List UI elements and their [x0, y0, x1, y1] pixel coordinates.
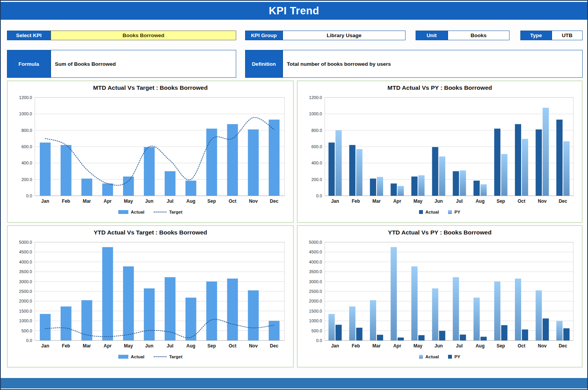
select-kpi-label: Select KPI [7, 31, 51, 40]
svg-text:Sep: Sep [496, 343, 505, 349]
svg-text:Jul: Jul [167, 198, 173, 204]
svg-text:Apr: Apr [104, 198, 112, 204]
legend-item-actual: Actual [118, 354, 144, 359]
chart-legend: ActualPY [302, 207, 578, 217]
select-kpi-dropdown[interactable]: Books Borrowed [51, 31, 236, 40]
svg-text:800.0: 800.0 [21, 128, 32, 133]
ytd-actual-vs-py-chart: 0.0500.01000.01500.02000.02500.03000.035… [302, 238, 578, 352]
svg-text:Oct: Oct [518, 343, 525, 349]
svg-text:4500.0: 4500.0 [309, 250, 322, 254]
mtd-actual-vs-py-panel: MTD Actual Vs PY : Books Borrowed 0.0200… [297, 80, 583, 223]
svg-text:Apr: Apr [393, 198, 401, 204]
series-swatch-icon [448, 355, 452, 359]
legend-label: Actual [131, 354, 144, 359]
legend-item-target: Target [153, 210, 182, 214]
svg-text:4500.0: 4500.0 [19, 250, 32, 254]
ytd-actual-vs-py-panel: YTD Actual Vs PY : Books Borrowed 0.0500… [297, 225, 583, 368]
legend-label: Actual [425, 354, 439, 359]
svg-text:Nov: Nov [249, 343, 258, 349]
svg-text:Oct: Oct [228, 198, 236, 204]
page-title: KPI Trend [1, 2, 587, 20]
svg-text:Jun: Jun [435, 198, 443, 204]
target-line-swatch-icon [153, 210, 167, 214]
svg-text:3500.0: 3500.0 [309, 269, 322, 274]
type-label: Type [520, 31, 552, 40]
svg-text:Feb: Feb [352, 198, 360, 204]
svg-text:Jun: Jun [145, 343, 153, 349]
legend-item-py: PY [448, 210, 460, 214]
chart-legend: ActualTarget [12, 352, 289, 361]
svg-text:Dec: Dec [559, 198, 567, 204]
svg-text:600.0: 600.0 [21, 144, 32, 149]
svg-text:4000.0: 4000.0 [19, 260, 32, 264]
legend-label: Target [169, 354, 182, 359]
series-swatch-icon [419, 210, 423, 214]
legend-label: PY [454, 210, 460, 214]
svg-text:Jun: Jun [435, 343, 443, 349]
footer-bar [1, 378, 587, 388]
svg-text:2000.0: 2000.0 [309, 299, 322, 303]
svg-text:Jul: Jul [167, 343, 173, 349]
chart-svg: 0.0500.01000.01500.02000.02500.03000.035… [12, 238, 289, 352]
definition-label: Definition [245, 50, 283, 78]
legend-label: Actual [425, 210, 439, 214]
svg-text:1500.0: 1500.0 [19, 309, 32, 313]
target-line-swatch-icon [153, 355, 167, 359]
svg-text:1000.0: 1000.0 [309, 111, 322, 116]
chart-title: MTD Actual Vs Target : Books Borrowed [12, 84, 289, 91]
svg-text:3000.0: 3000.0 [19, 279, 32, 284]
unit-label: Unit [416, 31, 448, 40]
svg-text:Jul: Jul [456, 198, 463, 204]
chart-title: MTD Actual Vs PY : Books Borrowed [302, 84, 578, 91]
svg-text:Feb: Feb [62, 198, 70, 204]
svg-text:Jul: Jul [456, 343, 463, 349]
svg-text:Feb: Feb [352, 343, 360, 349]
svg-text:200.0: 200.0 [21, 177, 32, 182]
svg-text:Apr: Apr [104, 343, 112, 349]
svg-text:Oct: Oct [518, 198, 525, 204]
legend-label: PY [454, 354, 460, 359]
svg-text:400.0: 400.0 [21, 161, 32, 165]
svg-text:Nov: Nov [249, 198, 258, 204]
svg-text:Dec: Dec [270, 343, 278, 349]
svg-text:Oct: Oct [228, 343, 236, 349]
svg-text:Nov: Nov [538, 343, 547, 349]
chart-title: YTD Actual Vs Target : Books Borrowed [12, 229, 289, 236]
mtd-actual-vs-py-chart: 0.0200.0400.0600.0800.01000.01200.0JanFe… [302, 93, 578, 207]
svg-text:400.0: 400.0 [311, 161, 322, 165]
chart-legend: ActualPY [302, 352, 578, 361]
svg-text:800.0: 800.0 [311, 128, 322, 133]
chart-title: YTD Actual Vs PY : Books Borrowed [302, 229, 578, 236]
svg-text:3000.0: 3000.0 [309, 279, 322, 284]
mtd-actual-vs-target-panel: MTD Actual Vs Target : Books Borrowed 0.… [7, 80, 294, 223]
definition-value: Total number of books borrowed by users [283, 50, 583, 78]
unit-value: Books [448, 31, 510, 40]
legend-label: Target [169, 210, 182, 214]
svg-text:Jan: Jan [41, 198, 49, 204]
kpi-group-label: KPI Group [245, 31, 283, 40]
svg-text:Apr: Apr [393, 343, 401, 349]
svg-text:Sep: Sep [208, 198, 216, 204]
svg-text:200.0: 200.0 [311, 177, 322, 182]
chart-legend: ActualTarget [12, 207, 289, 217]
chart-svg: 0.0200.0400.0600.0800.01000.01200.0JanFe… [302, 93, 578, 207]
series-swatch-icon [419, 355, 423, 359]
svg-text:Feb: Feb [62, 343, 70, 349]
svg-text:Jan: Jan [41, 343, 49, 349]
series-swatch-icon [118, 355, 128, 359]
series-swatch-icon [118, 210, 128, 214]
svg-text:Aug: Aug [476, 343, 484, 349]
svg-text:5000.0: 5000.0 [19, 240, 32, 245]
svg-text:5000.0: 5000.0 [309, 240, 322, 245]
svg-text:Sep: Sep [208, 343, 216, 349]
formula-label: Formula [7, 50, 51, 78]
legend-item-actual: Actual [419, 210, 439, 214]
svg-text:1000.0: 1000.0 [19, 318, 32, 323]
svg-text:0.0: 0.0 [26, 338, 32, 343]
mtd-actual-vs-target-chart: 0.0200.0400.0600.0800.01000.01200.0JanFe… [12, 93, 289, 207]
svg-text:1200.0: 1200.0 [309, 95, 322, 100]
svg-text:Jan: Jan [331, 343, 339, 349]
svg-text:Mar: Mar [83, 198, 91, 204]
svg-text:Aug: Aug [186, 198, 195, 204]
ytd-actual-vs-target-chart: 0.0500.01000.01500.02000.02500.03000.035… [12, 238, 289, 352]
